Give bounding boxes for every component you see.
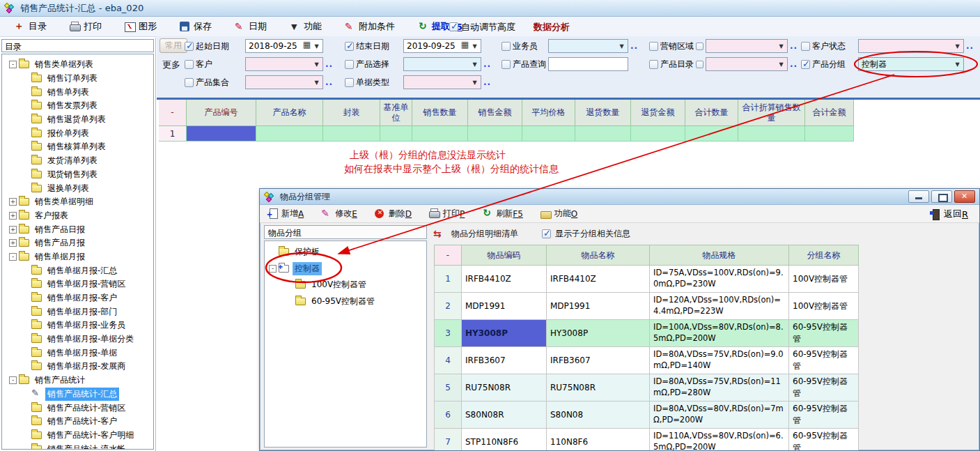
group-name-cell[interactable]: 60-95V控制器管 — [789, 374, 859, 402]
row-number-cell[interactable]: 4 — [434, 347, 462, 374]
tree-item[interactable]: 客户报表 — [2, 209, 153, 223]
row-number-cell[interactable]: 7 — [434, 429, 462, 451]
col-header[interactable]: 合计数量 — [685, 100, 738, 126]
row-number-cell[interactable]: 5 — [434, 374, 462, 402]
dropdown-caret-icon[interactable] — [311, 40, 322, 52]
table-row[interactable]: 2 MDP1991 MDP1991 ID=120A,VDss=100V,RDs(… — [434, 293, 859, 320]
item-name-cell[interactable]: RU75N08R — [547, 374, 650, 402]
col-header[interactable]: 物品规格 — [650, 245, 789, 266]
tree-item[interactable]: 现货销售列表 — [2, 168, 153, 182]
tree-expander[interactable] — [9, 376, 17, 384]
tree-item[interactable]: 销售单列表 — [2, 85, 153, 99]
tree-item[interactable]: 销售产品统计-汇总 — [2, 388, 153, 402]
col-header[interactable]: 基准单位 — [380, 100, 412, 126]
item-name-cell[interactable]: 110N8F6 — [547, 429, 650, 451]
corner-header[interactable]: - — [159, 100, 187, 126]
col-header[interactable]: 平均价格 — [522, 100, 575, 126]
tree-expander[interactable] — [9, 253, 17, 261]
col-header[interactable]: 合计折算销售数量 — [738, 100, 805, 126]
tree-item[interactable]: 销售单据月报-单据分类 — [2, 332, 153, 346]
toolbar-button[interactable]: 打印 — [69, 20, 102, 33]
group-name-cell[interactable]: 60-95V控制器管 — [789, 320, 859, 347]
item-code-cell[interactable]: HY3008P — [462, 320, 547, 347]
tree-item[interactable]: 销售单据月报-部门 — [2, 305, 153, 319]
auto-height-checkbox[interactable] — [449, 22, 458, 31]
customer-status-more-button[interactable]: .. — [966, 41, 974, 51]
col-header[interactable]: 物品编码 — [462, 245, 547, 266]
product-group-checkbox[interactable] — [801, 60, 810, 69]
dropdown-caret-icon[interactable] — [776, 40, 786, 52]
cell[interactable] — [575, 126, 631, 142]
dropdown-caret-icon[interactable] — [469, 40, 480, 52]
tree-expander[interactable] — [9, 239, 17, 247]
doc-type-more-button[interactable]: .. — [483, 77, 491, 87]
common-filters-button[interactable]: 常用 — [160, 38, 187, 53]
corner-header[interactable]: - — [434, 245, 462, 266]
item-spec-cell[interactable]: ID=120A,VDss=100V,RDs(on)=4.4mΩ,PD=223W — [650, 293, 789, 320]
start-date-checkbox[interactable] — [185, 42, 194, 51]
group-name-cell[interactable]: 100V控制器管 — [789, 293, 859, 320]
item-name-cell[interactable]: IRFB3607 — [547, 347, 650, 374]
minimize-button[interactable] — [908, 190, 929, 203]
row-number-cell[interactable]: 6 — [434, 402, 462, 429]
item-spec-cell[interactable]: ID=75A,VDss=100V,RDs(on)=9.0mΩ,PD=230W — [650, 266, 789, 293]
group-name-cell[interactable]: 60-95V控制器管 — [789, 347, 859, 374]
tree-item[interactable]: 销售单据月报-单据 — [2, 346, 153, 360]
row-number-cell[interactable]: 1 — [159, 126, 187, 142]
tree-item[interactable]: 销售单据月报-客户 — [2, 291, 153, 305]
col-header[interactable]: 产品名称 — [256, 100, 323, 126]
tree-item[interactable]: 销售产品月报 — [2, 236, 153, 250]
cell[interactable] — [738, 126, 805, 142]
row-number-cell[interactable]: 1 — [434, 266, 462, 293]
item-spec-cell[interactable]: ID=80A,VDss=75V,RDs(on)=9.0mΩ,PD=140W — [650, 347, 789, 374]
col-header[interactable]: 销售金额 — [468, 100, 522, 126]
group-name-cell[interactable]: 60-95V控制器管 — [789, 402, 859, 429]
item-code-cell[interactable]: IRFB3607 — [462, 347, 547, 374]
tree-expander[interactable] — [9, 198, 17, 206]
product-catalog-dropdown[interactable] — [706, 57, 788, 71]
product-query-input[interactable] — [548, 57, 628, 71]
dropdown-caret-icon[interactable] — [469, 59, 480, 70]
table-row[interactable]: 7 STP110N8F6 110N8F6 ID=110A,VDss=80V,RD… — [434, 429, 859, 451]
item-spec-cell[interactable]: ID=80A,VDss=80V,RDs(on)=7mΩ,PD=200W — [650, 402, 789, 429]
tree-item[interactable]: 销售单据月报-业务员 — [2, 319, 153, 332]
table-row[interactable]: 5 RU75N08R RU75N08R ID=80A,VDss=75V,RDs(… — [434, 374, 859, 402]
product-set-dropdown[interactable] — [245, 75, 323, 89]
tree-item[interactable]: 销售产品统计 — [2, 374, 153, 388]
toolbar-button[interactable]: 附加条件 — [344, 20, 395, 33]
product-select-checkbox[interactable] — [345, 60, 354, 69]
tree-item[interactable]: 销售产品统计-客户 — [2, 415, 153, 429]
col-header[interactable]: 产品编号 — [187, 100, 256, 126]
product-catalog-checkbox[interactable] — [649, 60, 658, 69]
customer-checkbox[interactable] — [185, 60, 194, 69]
salesman-checkbox[interactable] — [501, 42, 511, 51]
tree-expander[interactable] — [9, 226, 17, 234]
col-header[interactable]: 退货数量 — [575, 100, 631, 126]
close-button[interactable] — [954, 190, 975, 203]
dropdown-caret-icon[interactable] — [952, 40, 963, 52]
main-table-row[interactable]: 1 — [159, 126, 854, 142]
dropdown-caret-icon[interactable] — [952, 59, 963, 70]
maximize-button[interactable] — [931, 190, 952, 203]
cell[interactable] — [685, 126, 738, 142]
toolbar-button[interactable]: 图形 — [124, 20, 157, 33]
dialog-toolbar-button[interactable]: 新增 A — [267, 208, 304, 220]
item-name-cell[interactable]: MDP1991 — [547, 293, 650, 320]
product-set-more-button[interactable]: .. — [325, 77, 333, 87]
tree-expander[interactable] — [9, 212, 17, 220]
item-name-cell[interactable]: S80N08 — [547, 402, 650, 429]
row-number-cell[interactable]: 2 — [434, 293, 462, 320]
cell[interactable] — [805, 126, 854, 142]
item-spec-cell[interactable]: ID=110A,VDss=80V,RDs(on)=6.5mΩ,PD=200W — [650, 429, 789, 451]
selected-cell[interactable] — [187, 126, 256, 142]
group-tree-item[interactable]: 100V控制器管 — [265, 277, 426, 293]
cell[interactable] — [412, 126, 468, 142]
customer-status-checkbox[interactable] — [801, 42, 810, 51]
product-select-more-button[interactable]: .. — [483, 59, 491, 69]
doc-type-checkbox[interactable] — [345, 78, 354, 87]
marketing-region-checkbox[interactable] — [649, 42, 658, 51]
group-name-cell[interactable]: 100V控制器管 — [789, 266, 859, 293]
marketing-region-subcheckbox[interactable] — [696, 43, 703, 50]
tree-expander[interactable] — [9, 61, 17, 68]
dropdown-caret-icon[interactable] — [311, 77, 322, 88]
